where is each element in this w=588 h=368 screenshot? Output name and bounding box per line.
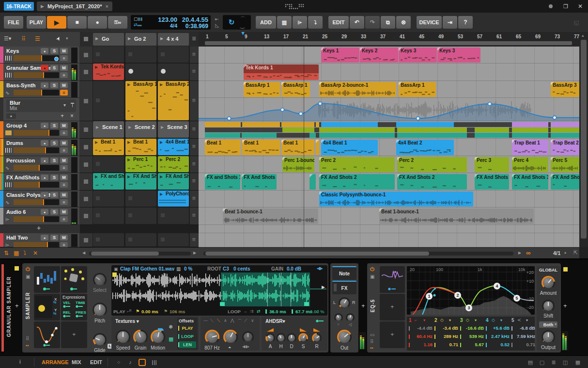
add-modulator-slot[interactable]: +: [61, 321, 87, 348]
clip-name[interactable]: Perc 1: [133, 157, 148, 162]
clip-play-icon[interactable]: ▶: [160, 140, 163, 144]
arranger-clip[interactable]: Perc 5: [551, 157, 579, 172]
loop-start-value[interactable]: 36.0 ms: [269, 309, 286, 314]
automation-follow-icon[interactable]: ∞: [526, 249, 530, 256]
metronome-icon[interactable]: ◺: [213, 22, 221, 29]
add-modulator-slot[interactable]: +: [380, 294, 405, 320]
clip-slot[interactable]: ▶4x4 Beat 1: [158, 139, 189, 155]
arm-button[interactable]: ●: [41, 209, 48, 215]
track-list-button[interactable]: ≡: [60, 147, 68, 153]
automation-lane[interactable]: [199, 98, 579, 121]
track-name[interactable]: FX AndShots: [6, 175, 40, 180]
chevron-down-icon[interactable]: ▾: [555, 322, 557, 326]
device-menu-button[interactable]: DEVICE: [417, 16, 442, 29]
band-value[interactable]: +5.6 dB: [488, 325, 510, 331]
clip-stop-cell[interactable]: [80, 139, 93, 156]
filter-res-knob[interactable]: [223, 330, 238, 344]
clip-launcher-toggle-icon[interactable]: [139, 359, 146, 366]
vscroll-thumb[interactable]: [581, 40, 587, 239]
keytrack-icon[interactable]: ▥: [176, 266, 181, 272]
band-number[interactable]: 5: [511, 318, 514, 323]
track-row[interactable]: Group 4●SM≡: [0, 121, 79, 139]
solo-button[interactable]: S: [50, 175, 58, 180]
expressions-modulator-slot[interactable]: ExpressionsVELTIMBRELPRES: [61, 294, 87, 320]
band-shape-icon[interactable]: ◇: [466, 318, 469, 322]
punch-in-icon[interactable]: ⌒: [240, 16, 246, 23]
launcher-hscrollbar[interactable]: [89, 252, 191, 256]
clip-more-cell[interactable]: ≣: [190, 81, 199, 121]
chain-add-device-icon[interactable]: +: [15, 302, 19, 309]
duplicate-button[interactable]: ⧉: [381, 16, 395, 29]
clip-slot[interactable]: [158, 208, 189, 224]
eq-mode-select[interactable]: Both▾: [539, 321, 557, 328]
view-tab-mix[interactable]: MIX: [72, 356, 81, 368]
band-value[interactable]: 5.67: [463, 342, 484, 347]
device-page[interactable]: Mix: [10, 106, 17, 111]
stop-button[interactable]: ■: [67, 16, 87, 29]
filter-shape-icon[interactable]: ∨: [251, 318, 254, 323]
mute-button[interactable]: M: [60, 235, 68, 240]
clip-stop-cell[interactable]: [80, 156, 93, 173]
clip-slot[interactable]: ▶PolyChords: [158, 191, 189, 207]
follow-playback-icon[interactable]: ⇅: [4, 250, 9, 256]
loop-off-icon[interactable]: →: [243, 309, 248, 314]
device-grid-icon[interactable]: ⠿: [26, 336, 29, 341]
textures-title[interactable]: Textures ▾: [115, 319, 139, 324]
arranger-clip[interactable]: Perc 1-bounc: [282, 157, 314, 172]
edit-menu-button[interactable]: EDIT: [328, 16, 349, 29]
arm-button[interactable]: ●: [41, 48, 48, 54]
pan-knob[interactable]: [339, 297, 350, 309]
clip-slot[interactable]: ▶BassArp 1: [125, 81, 156, 120]
scene-play-icon[interactable]: ▶: [95, 36, 98, 41]
keytrack-value[interactable]: 0 %: [184, 266, 192, 272]
volume-fader[interactable]: [14, 182, 59, 188]
env-knob-d[interactable]: [287, 333, 296, 343]
arm-button[interactable]: ●: [41, 235, 48, 240]
arranger-clip[interactable]: BassArp 1: [399, 82, 436, 97]
clip-stop-cell[interactable]: [80, 121, 93, 139]
env-knob-h[interactable]: [276, 333, 286, 343]
add-audio-track-button[interactable]: ⌲: [293, 16, 307, 29]
clip-slot[interactable]: ▶Beat 1: [93, 139, 124, 155]
arranger-clip[interactable]: [316, 140, 319, 155]
clear-icon[interactable]: ✕: [33, 250, 38, 256]
mute-button[interactable]: M: [60, 209, 68, 215]
band-caret-icon[interactable]: ▾: [526, 318, 528, 322]
ahdsr-title[interactable]: AHDSR▾: [265, 319, 285, 324]
project-play-icon[interactable]: ▶: [41, 4, 44, 9]
clip-name[interactable]: Beat 1: [101, 139, 115, 144]
device-preset-icon[interactable]: ▣: [26, 274, 30, 279]
auto-scroll-icon[interactable]: ⤵: [23, 250, 26, 256]
band-value[interactable]: 539 Hz: [463, 334, 484, 339]
clip-play-icon[interactable]: ▶: [127, 82, 130, 87]
grid-resolution-value[interactable]: 4/1: [553, 250, 560, 256]
project-tab-title[interactable]: MyProject_16T_2020*: [47, 3, 102, 9]
solo-button[interactable]: S: [50, 158, 58, 163]
timeline-ruler[interactable]: 1591317212529333741454953576165697377▶: [199, 32, 579, 47]
record-button[interactable]: ●: [88, 16, 107, 29]
device-window-icon[interactable]: ▭: [370, 332, 374, 337]
track-name[interactable]: Percussion: [6, 158, 35, 163]
clip-play-icon[interactable]: ▶: [127, 158, 130, 162]
band-value[interactable]: 1.16: [411, 342, 433, 347]
arranger-clip[interactable]: Keys 2: [360, 48, 398, 63]
volume-fader[interactable]: [14, 72, 59, 78]
clip-slot[interactable]: [93, 191, 124, 207]
toolbar-collapse-icon[interactable]: ◱: [572, 17, 581, 27]
out-knob[interactable]: [337, 330, 352, 344]
chain-add-icon-3[interactable]: +: [563, 302, 567, 309]
clip-slot[interactable]: [93, 81, 124, 120]
scene-play-icon[interactable]: ▶: [160, 36, 163, 41]
clip-name[interactable]: BassArp 1: [133, 81, 156, 87]
clip-slot[interactable]: [158, 47, 189, 63]
band-value[interactable]: 7.59 kHz: [514, 334, 535, 339]
clip-stop-cell[interactable]: [80, 173, 93, 191]
track-row[interactable]: Bass-Synth●SM∿≡: [0, 81, 79, 98]
clip-play-icon[interactable]: ▶: [160, 175, 163, 179]
clip-slot[interactable]: ▶BassArp 2: [158, 81, 189, 120]
clip-stop-cell[interactable]: [80, 208, 93, 225]
filter-shape-icon[interactable]: ⟋: [244, 318, 247, 323]
arranger-clip[interactable]: Beat 1: [281, 140, 314, 155]
loop-start-marker[interactable]: [220, 302, 225, 306]
insert-device-button[interactable]: ⇥: [443, 16, 457, 29]
